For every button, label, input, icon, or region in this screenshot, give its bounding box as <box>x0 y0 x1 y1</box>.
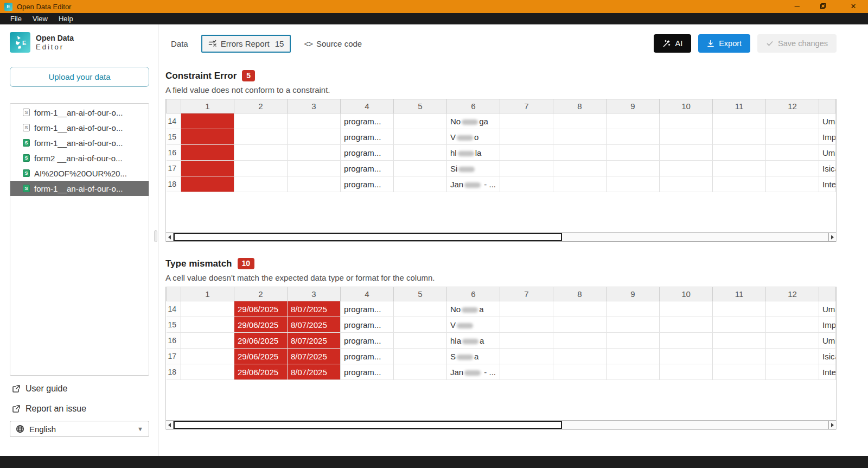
scroll-left-button[interactable] <box>166 233 174 241</box>
cell[interactable]: Uml <box>819 145 836 161</box>
cell[interactable] <box>607 113 660 129</box>
file-item[interactable]: Sform-1__an-ai-of-our-o... <box>10 120 149 135</box>
cell[interactable]: Noga <box>447 113 500 129</box>
cell[interactable] <box>660 145 713 161</box>
column-header[interactable]: 3 <box>288 99 341 113</box>
cell[interactable] <box>713 145 766 161</box>
cell[interactable] <box>660 113 713 129</box>
cell[interactable]: program... <box>341 364 394 380</box>
cell[interactable]: 8/07/2025 <box>288 364 341 380</box>
cell[interactable]: Uma <box>819 301 836 317</box>
cell[interactable] <box>607 129 660 145</box>
menu-view[interactable]: View <box>28 13 53 24</box>
cell[interactable] <box>394 176 447 192</box>
cell[interactable] <box>713 161 766 176</box>
cell[interactable]: Sa <box>447 349 500 364</box>
cell[interactable]: Imp <box>819 129 836 145</box>
cell[interactable]: hlla <box>447 145 500 161</box>
cell[interactable] <box>607 317 660 333</box>
cell[interactable] <box>766 161 819 176</box>
cell[interactable]: program... <box>341 301 394 317</box>
column-header[interactable]: 6 <box>447 99 500 113</box>
cell[interactable] <box>234 161 288 176</box>
cell[interactable] <box>394 333 447 349</box>
cell[interactable] <box>607 145 660 161</box>
cell[interactable]: Jan - ... <box>447 364 500 380</box>
cell[interactable]: program... <box>341 317 394 333</box>
cell[interactable]: hlaa <box>447 333 500 349</box>
column-header[interactable]: 9 <box>607 99 660 113</box>
row-number[interactable]: 15 <box>167 129 181 145</box>
cell[interactable] <box>394 161 447 176</box>
cell[interactable] <box>660 317 713 333</box>
column-header[interactable]: 12 <box>766 287 819 301</box>
cell[interactable] <box>553 317 607 333</box>
cell[interactable]: 8/07/2025 <box>288 317 341 333</box>
row-number[interactable]: 14 <box>167 301 181 317</box>
column-header[interactable]: 7 <box>500 287 553 301</box>
cell[interactable] <box>660 161 713 176</box>
column-header[interactable]: 5 <box>394 287 447 301</box>
menu-file[interactable]: File <box>5 13 27 24</box>
column-header[interactable]: 1 <box>181 99 234 113</box>
cell[interactable]: Jan - ... <box>447 176 500 192</box>
column-header[interactable]: 2 <box>234 99 288 113</box>
cell[interactable] <box>181 364 234 380</box>
row-number[interactable]: 18 <box>167 364 181 380</box>
cell[interactable]: Uma <box>819 113 836 129</box>
cell[interactable] <box>553 176 607 192</box>
cell[interactable]: 29/06/2025 <box>234 349 288 364</box>
cell[interactable]: Uml <box>819 333 836 349</box>
cell[interactable] <box>766 333 819 349</box>
export-button[interactable]: Export <box>698 34 750 53</box>
scrollbar-thumb[interactable] <box>174 233 562 241</box>
column-header[interactable]: 7 <box>500 99 553 113</box>
column-header[interactable]: 4 <box>341 99 394 113</box>
cell[interactable] <box>500 364 553 380</box>
tab-source-code[interactable]: <>Source code <box>298 35 367 52</box>
cell[interactable]: 29/06/2025 <box>234 317 288 333</box>
column-header[interactable]: 9 <box>607 287 660 301</box>
cell[interactable] <box>607 349 660 364</box>
cell[interactable] <box>394 113 447 129</box>
cell[interactable]: 29/06/2025 <box>234 364 288 380</box>
cell[interactable] <box>181 113 234 129</box>
cell[interactable]: Isica <box>819 349 836 364</box>
cell[interactable] <box>181 176 234 192</box>
column-header[interactable]: 11 <box>713 287 766 301</box>
tab-errors-report[interactable]: Errors Report15 <box>201 35 291 53</box>
cell[interactable]: program... <box>341 145 394 161</box>
cell[interactable] <box>607 333 660 349</box>
cell[interactable]: program... <box>341 349 394 364</box>
cell[interactable] <box>553 301 607 317</box>
cell[interactable]: program... <box>341 129 394 145</box>
cell[interactable] <box>713 176 766 192</box>
cell[interactable] <box>553 113 607 129</box>
save-changes-button[interactable]: Save changes <box>757 34 837 53</box>
cell[interactable] <box>500 176 553 192</box>
cell[interactable] <box>660 333 713 349</box>
cell[interactable] <box>766 145 819 161</box>
cell[interactable]: program... <box>341 176 394 192</box>
row-number[interactable]: 18 <box>167 176 181 192</box>
cell[interactable] <box>553 364 607 380</box>
cell[interactable] <box>288 129 341 145</box>
cell[interactable] <box>713 364 766 380</box>
cell[interactable] <box>181 129 234 145</box>
cell[interactable] <box>500 317 553 333</box>
cell[interactable]: Vo <box>447 129 500 145</box>
column-header[interactable]: 10 <box>660 287 713 301</box>
cell[interactable] <box>553 145 607 161</box>
file-item[interactable]: Sform-1__an-ai-of-our-o... <box>10 135 149 150</box>
cell[interactable] <box>553 333 607 349</box>
column-header[interactable]: 4 <box>341 287 394 301</box>
cell[interactable] <box>394 145 447 161</box>
cell[interactable] <box>234 129 288 145</box>
cell[interactable]: 8/07/2025 <box>288 333 341 349</box>
cell[interactable] <box>553 161 607 176</box>
cell[interactable] <box>500 301 553 317</box>
cell[interactable] <box>500 333 553 349</box>
cell[interactable] <box>500 161 553 176</box>
cell[interactable] <box>500 113 553 129</box>
column-header[interactable]: 11 <box>713 99 766 113</box>
